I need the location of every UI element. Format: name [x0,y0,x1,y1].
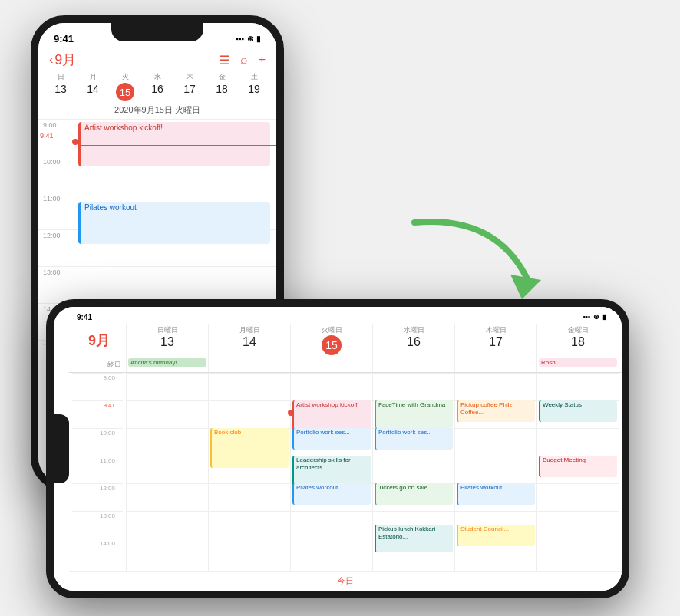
allday-col-16 [372,357,454,372]
event-artist-kickoff[interactable]: Artist workshop kickoff! [292,400,371,431]
now-label: 9:41 [40,132,54,140]
notch [111,23,203,41]
land-day-14[interactable]: 月曜日 14 [208,324,290,357]
now-line [78,145,276,146]
month-nav[interactable]: ‹ 9月 [49,51,76,69]
day-col-6[interactable]: 土 19 [238,72,270,101]
back-chevron[interactable]: ‹ [49,53,53,67]
day-col-3[interactable]: 水 16 [141,72,173,101]
land-events-15: Artist workshop kickoff! Portfolio work … [290,373,372,571]
app-header: ‹ 9月 ☰ ⌕ + [38,48,276,71]
allday-birthday[interactable]: Ancita's birthday! [128,358,206,367]
land-events-17: Pickup coffee Philz Coffee... Pilates wo… [454,373,536,571]
date-label: 2020年9月15日 火曜日 [38,103,276,119]
land-status-bar: 9:41 ▪▪▪ ⊛ ▮ [69,307,622,324]
event-student-council[interactable]: Student Council... [457,525,535,546]
land-day-18[interactable]: 金曜日 18 [536,324,619,357]
landscape-screen: 9:41 ▪▪▪ ⊛ ▮ 9月 日曜日 13 月曜日 14 火曜日 15 [54,307,622,591]
event-portfolio-16[interactable]: Portfolio work ses... [375,428,453,450]
land-status-time: 9:41 [77,313,92,321]
svg-marker-0 [510,275,541,299]
allday-col-14 [208,357,290,372]
day-col-0[interactable]: 日 13 [45,72,77,101]
wifi-icon: ⊛ [247,35,253,43]
week-strip: 日 13 月 14 火 15 水 16 木 17 金 18 [38,71,276,103]
allday-rosh[interactable]: Rosh... [539,358,617,367]
allday-col-13: Ancita's birthday! [126,357,208,372]
day-col-1[interactable]: 月 14 [77,72,109,101]
event-pilates-15[interactable]: Pilates workout [292,483,371,505]
allday-col-17 [454,357,536,372]
day-col-4[interactable]: 木 17 [173,72,206,101]
event-facetime[interactable]: FaceTime with Grandma [375,400,453,428]
land-events-16: FaceTime with Grandma Portfolio work ses… [372,373,454,571]
allday-col-15 [290,357,372,372]
land-day-15[interactable]: 火曜日 15 [290,324,372,357]
land-allday-row: 終日 Ancita's birthday! Rosh... [69,357,622,373]
land-time-grid: 8:00 9:41 10:00 11:00 12:00 13:00 14:00 [69,373,622,571]
event-pilates-17[interactable]: Pilates workout [457,483,535,505]
header-icons: ☰ ⌕ + [219,53,266,68]
event-leadership[interactable]: Leadership skills for architects [292,456,371,486]
landscape-iphone: 9:41 ▪▪▪ ⊛ ▮ 9月 日曜日 13 月曜日 14 火曜日 15 [46,299,629,598]
land-events-18: Weekly Status Budget Meeting [536,373,619,571]
signal-icon: ▪▪▪ [236,35,244,43]
land-month-label: 9月 [72,324,126,357]
land-now-line [291,413,372,413]
land-day-17[interactable]: 木曜日 17 [454,324,536,357]
battery-icon: ▮ [256,35,261,43]
land-time-labels: 8:00 9:41 10:00 11:00 12:00 13:00 14:00 [72,373,126,571]
land-wifi: ⊛ [593,313,599,321]
land-events-14: Book club [208,373,290,571]
time-row-13: 13:00 [38,266,276,303]
land-day-13[interactable]: 日曜日 13 [126,324,208,357]
event-tickets[interactable]: Tickets go on sale [375,483,453,505]
event-weekly-status[interactable]: Weekly Status [539,400,617,422]
status-icons: ▪▪▪ ⊛ ▮ [236,35,261,43]
land-status-icons: ▪▪▪ ⊛ ▮ [583,313,606,321]
today-button[interactable]: 今日 [322,574,369,588]
now-dot [72,139,78,145]
day-col-2[interactable]: 火 15 [109,72,141,101]
add-icon[interactable]: + [259,53,266,68]
list-icon[interactable]: ☰ [219,53,229,68]
notch-land [54,414,69,483]
land-day-16[interactable]: 水曜日 16 [372,324,454,357]
month-label: 9月 [54,51,76,69]
land-cal-header: 9月 日曜日 13 月曜日 14 火曜日 15 水曜日 16 [69,324,622,357]
event-pickup-lunch[interactable]: Pickup lunch Kokkari Estatorio... [375,525,453,552]
land-events-13 [126,373,208,571]
event-book-club[interactable]: Book club [210,428,289,468]
land-now-dot [288,410,294,416]
event-artist-workshop[interactable]: Artist workshop kickoff! [78,122,270,166]
day-col-5[interactable]: 金 18 [206,72,238,101]
land-signal: ▪▪▪ [583,313,590,321]
land-battery: ▮ [602,313,606,321]
status-time: 9:41 [54,33,74,44]
allday-label: 終日 [72,357,126,372]
event-budget-meeting[interactable]: Budget Meeting [539,456,617,477]
allday-col-18: Rosh... [536,357,619,372]
event-pilates[interactable]: Pilates workout [78,202,270,244]
land-bottom-bar: 今日 [69,571,622,591]
event-portfolio-15[interactable]: Portfolio work ses... [292,428,371,450]
event-pickup-coffee[interactable]: Pickup coffee Philz Coffee... [457,400,535,422]
arrow-svg [391,207,560,307]
search-icon[interactable]: ⌕ [240,53,248,68]
